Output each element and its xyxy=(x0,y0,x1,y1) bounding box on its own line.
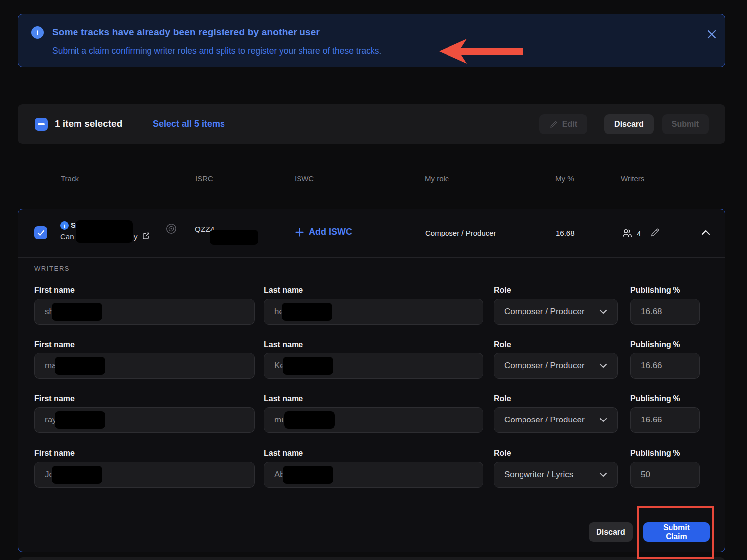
redaction-box xyxy=(210,230,258,245)
publishing-field[interactable]: 16.68 xyxy=(630,299,700,325)
role-select[interactable]: Songwriter / Lyrics xyxy=(494,462,618,488)
external-link-icon[interactable] xyxy=(142,232,150,240)
first-name-label: First name xyxy=(34,449,255,458)
edit-button-label: Edit xyxy=(562,120,577,129)
first-name-field[interactable]: ray xyxy=(34,407,255,433)
redaction-box xyxy=(55,411,105,429)
redaction-box xyxy=(52,303,102,321)
add-iswc-button[interactable]: Add ISWC xyxy=(295,227,352,237)
track-subtitle-suffix: y xyxy=(134,232,138,241)
redaction-box xyxy=(284,411,335,429)
people-icon xyxy=(622,228,633,239)
publishing-label: Publishing % xyxy=(630,286,700,295)
page: i Some tracks have already been register… xyxy=(0,0,747,560)
disc-icon xyxy=(165,223,177,235)
pencil-icon xyxy=(549,120,558,129)
publishing-label: Publishing % xyxy=(630,340,700,349)
publishing-value: 16.66 xyxy=(641,361,662,371)
first-name-field[interactable]: Jo xyxy=(34,462,255,488)
plus-icon xyxy=(295,228,304,237)
role-label: Role xyxy=(494,286,618,295)
banner-title: Some tracks have already been registered… xyxy=(52,27,320,38)
my-pct-value: 16.68 xyxy=(556,229,575,237)
publishing-field[interactable]: 50 xyxy=(630,462,700,488)
add-iswc-label: Add ISWC xyxy=(309,227,352,237)
column-header-my-role: My role xyxy=(425,174,449,183)
chevron-up-icon[interactable] xyxy=(701,229,711,236)
info-icon: i xyxy=(31,26,44,39)
role-label: Role xyxy=(494,340,618,349)
last-name-field[interactable]: Ab xyxy=(264,462,483,488)
submit-button[interactable]: Submit xyxy=(662,114,709,134)
first-name-field[interactable]: ma xyxy=(34,353,255,379)
last-name-field[interactable]: Ke xyxy=(264,353,483,379)
row-checkbox[interactable] xyxy=(34,226,47,239)
card-footer-divider xyxy=(34,512,710,512)
track-row-expanded: i Sna Can I V y QZZ4 Add ISWC xyxy=(18,209,725,552)
redaction-box xyxy=(52,466,102,484)
banner-subtitle: Submit a claim confirming writer roles a… xyxy=(52,46,381,56)
last-name-label: Last name xyxy=(264,286,483,295)
role-value: Composer / Producer xyxy=(504,307,585,317)
redaction-box xyxy=(76,220,133,243)
writers-heading: WRITERS xyxy=(34,265,70,272)
next-row-stub[interactable] xyxy=(18,557,725,560)
pencil-icon[interactable] xyxy=(650,227,660,238)
writers-count-value: 4 xyxy=(637,229,641,238)
selected-count-text: 1 item selected xyxy=(55,118,122,129)
column-header-iswc: ISWC xyxy=(295,174,314,183)
chevron-down-icon xyxy=(599,309,607,314)
role-select[interactable]: Composer / Producer xyxy=(494,299,618,325)
discard-claim-button[interactable]: Discard xyxy=(589,522,633,542)
toolbar-divider xyxy=(137,117,137,132)
last-name-label: Last name xyxy=(264,340,483,349)
publishing-value: 16.66 xyxy=(641,415,662,425)
chevron-down-icon xyxy=(599,363,607,368)
redaction-box xyxy=(55,357,105,375)
first-name-label: First name xyxy=(34,394,255,403)
publishing-value: 16.68 xyxy=(641,307,662,317)
first-name-label: First name xyxy=(34,286,255,295)
publishing-label: Publishing % xyxy=(630,394,700,403)
role-value: Composer / Producer xyxy=(504,415,585,425)
select-all-checkbox[interactable] xyxy=(35,118,48,131)
annotation-box xyxy=(637,506,714,559)
publishing-field[interactable]: 16.66 xyxy=(630,407,700,433)
close-icon[interactable] xyxy=(703,25,721,43)
role-label: Role xyxy=(494,394,618,403)
role-value: Songwriter / Lyrics xyxy=(504,470,573,480)
redaction-box xyxy=(283,466,333,484)
info-banner: i Some tracks have already been register… xyxy=(18,14,725,67)
discard-button[interactable]: Discard xyxy=(604,114,654,134)
first-name-label: First name xyxy=(34,340,255,349)
column-header-isrc: ISRC xyxy=(195,174,213,183)
redaction-box xyxy=(282,303,332,321)
select-all-link[interactable]: Select all 5 items xyxy=(153,119,225,129)
selection-toolbar: 1 item selected Select all 5 items Edit … xyxy=(18,104,725,144)
chevron-down-icon xyxy=(599,418,607,422)
role-label: Role xyxy=(494,449,618,458)
row-header-divider xyxy=(18,257,725,258)
last-name-label: Last name xyxy=(264,394,483,403)
column-header-writers: Writers xyxy=(621,174,644,183)
last-name-field[interactable]: mu xyxy=(264,407,483,433)
column-header-my-pct: My % xyxy=(555,174,574,183)
info-icon: i xyxy=(60,221,69,230)
last-name-label: Last name xyxy=(264,449,483,458)
last-name-field[interactable]: he xyxy=(264,299,483,325)
edit-button[interactable]: Edit xyxy=(539,114,587,134)
writers-count: 4 xyxy=(622,228,641,239)
my-role-value: Composer / Producer xyxy=(425,229,496,237)
first-name-field[interactable]: sh xyxy=(34,299,255,325)
role-select[interactable]: Composer / Producer xyxy=(494,407,618,433)
table-header-divider xyxy=(18,191,725,191)
role-select[interactable]: Composer / Producer xyxy=(494,353,618,379)
toolbar-divider xyxy=(596,117,596,132)
publishing-label: Publishing % xyxy=(630,449,700,458)
chevron-down-icon xyxy=(599,472,607,477)
role-value: Composer / Producer xyxy=(504,361,585,371)
publishing-field[interactable]: 16.66 xyxy=(630,353,700,379)
column-header-track: Track xyxy=(61,174,79,183)
annotation-arrow xyxy=(436,38,525,65)
redaction-box xyxy=(283,357,333,375)
